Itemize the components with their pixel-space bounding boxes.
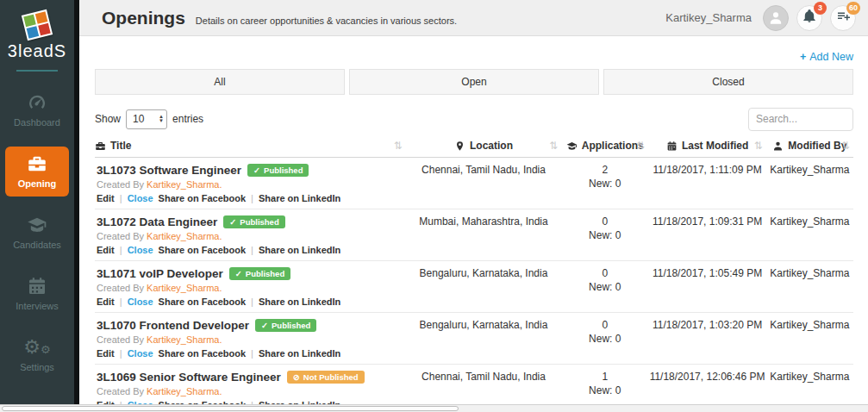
share-linkedin-link[interactable]: Share on LinkedIn bbox=[259, 297, 340, 307]
list-controls: Show 10 ▲▼ entries bbox=[95, 107, 853, 131]
logo-quadrant bbox=[27, 26, 40, 39]
share-facebook-link[interactable]: Share on Facebook bbox=[159, 297, 246, 307]
share-facebook-link[interactable]: Share on Facebook bbox=[159, 348, 246, 359]
tab-closed[interactable]: Closed bbox=[603, 69, 853, 95]
table-row: 3L1070 Frontend Developer ✓ Published Cr… bbox=[95, 313, 853, 365]
job-title-link[interactable]: 3L1071 voIP Developer bbox=[97, 267, 223, 280]
logo-quadrant bbox=[38, 23, 51, 36]
column-label: Applications bbox=[582, 140, 644, 152]
share-linkedin-link[interactable]: Share on LinkedIn bbox=[259, 193, 340, 203]
add-new-button[interactable]: + Add New bbox=[800, 51, 853, 63]
column-header-applications[interactable]: Applications ⇅ bbox=[561, 140, 648, 152]
created-by-label: Created By bbox=[97, 283, 144, 293]
sort-icon[interactable]: ⇅ bbox=[754, 140, 763, 152]
column-header-modified-by[interactable]: Modified By ⇅ bbox=[766, 140, 853, 152]
sidebar-item-opening[interactable]: Opening bbox=[5, 147, 69, 197]
close-link[interactable]: Close bbox=[128, 245, 153, 255]
horizontal-scrollbar[interactable] bbox=[0, 404, 868, 412]
topbar-right: Kartikey_Sharma 3 60 bbox=[665, 5, 856, 31]
sidebar-item-dashboard[interactable]: Dashboard bbox=[0, 85, 74, 135]
modified-by-cell: Kartikey_Sharma bbox=[766, 261, 853, 312]
column-header-title[interactable]: Title ⇅ bbox=[95, 140, 406, 152]
last-modified-cell: 11/18/2017, 1:03:20 PM bbox=[648, 313, 765, 364]
close-link[interactable]: Close bbox=[128, 348, 153, 359]
separator: | bbox=[251, 245, 253, 255]
user-icon bbox=[772, 140, 784, 152]
tab-open[interactable]: Open bbox=[349, 69, 599, 95]
column-label: Last Modified bbox=[682, 140, 748, 152]
column-label: Modified By bbox=[788, 140, 846, 152]
separator: | bbox=[251, 348, 253, 359]
separator: | bbox=[120, 297, 122, 307]
close-link[interactable]: Close bbox=[128, 193, 153, 203]
column-header-location[interactable]: Location ⇅ bbox=[406, 140, 561, 152]
briefcase-icon bbox=[95, 140, 106, 152]
notifications-button[interactable]: 3 bbox=[796, 5, 822, 31]
sort-icon[interactable]: ⇅ bbox=[549, 140, 558, 152]
separator: | bbox=[120, 245, 122, 255]
location-cell: Chennai, Tamil Nadu, India bbox=[406, 158, 561, 209]
sort-icon[interactable]: ⇅ bbox=[636, 140, 645, 152]
column-header-last-modified[interactable]: Last Modified ⇅ bbox=[648, 140, 765, 152]
job-title-link[interactable]: 3L1070 Frontend Developer bbox=[97, 319, 249, 332]
new-applications-button[interactable]: 60 bbox=[830, 5, 856, 31]
column-label: Title bbox=[110, 140, 131, 152]
topbar: Openings Details on career opportunities… bbox=[79, 0, 868, 36]
applications-cell: 0 New: 0 bbox=[561, 261, 648, 312]
share-linkedin-link[interactable]: Share on LinkedIn bbox=[259, 245, 340, 255]
applications-count: 0 bbox=[561, 215, 648, 228]
sidebar-item-candidates[interactable]: Candidates bbox=[0, 208, 74, 258]
sidebar-item-settings[interactable]: ⚙⚙ Settings bbox=[0, 330, 74, 380]
edit-link[interactable]: Edit bbox=[97, 193, 115, 203]
status-badge: ⊘ Not Published bbox=[287, 371, 365, 384]
created-by-link[interactable]: Kartikey_Sharma. bbox=[147, 179, 222, 190]
logo-quadrant bbox=[23, 15, 36, 28]
created-by-link[interactable]: Kartikey_Sharma. bbox=[147, 231, 222, 241]
share-facebook-link[interactable]: Share on Facebook bbox=[159, 245, 246, 255]
applications-cell: 0 New: 0 bbox=[561, 209, 648, 260]
sort-icon[interactable]: ⇅ bbox=[394, 140, 403, 152]
scrollbar-thumb[interactable] bbox=[2, 406, 459, 411]
edit-link[interactable]: Edit bbox=[97, 348, 115, 359]
created-by-link[interactable]: Kartikey_Sharma. bbox=[147, 283, 222, 293]
entries-select[interactable]: 10 ▲▼ bbox=[126, 109, 167, 129]
gears-icon: ⚙⚙ bbox=[0, 337, 74, 359]
job-title-link[interactable]: 3L1073 Software Engineer bbox=[97, 164, 241, 177]
status-tabs: All Open Closed bbox=[95, 69, 853, 95]
plus-icon: + bbox=[800, 51, 806, 63]
share-facebook-link[interactable]: Share on Facebook bbox=[159, 193, 246, 203]
share-linkedin-link[interactable]: Share on LinkedIn bbox=[259, 348, 340, 359]
created-by-link[interactable]: Kartikey_Sharma. bbox=[147, 386, 222, 396]
created-by-link[interactable]: Kartikey_Sharma. bbox=[147, 334, 222, 345]
logo-quadrant bbox=[35, 11, 48, 24]
check-icon: ✓ bbox=[229, 217, 236, 227]
add-new-label: Add New bbox=[809, 51, 853, 63]
logo[interactable]: 3leadS bbox=[0, 0, 74, 72]
sort-icon[interactable]: ⇅ bbox=[841, 140, 850, 152]
sidebar-item-label: Opening bbox=[5, 178, 69, 189]
check-icon: ✓ bbox=[261, 321, 268, 330]
status-badge: ✓ Published bbox=[229, 267, 290, 280]
avatar[interactable] bbox=[763, 5, 789, 31]
applications-count: 1 bbox=[561, 371, 648, 383]
briefcase-icon bbox=[5, 153, 69, 176]
close-link[interactable]: Close bbox=[128, 297, 153, 307]
status-badge: ✓ Published bbox=[223, 215, 284, 228]
applications-cell: 2 New: 0 bbox=[561, 158, 648, 209]
tab-all[interactable]: All bbox=[95, 69, 345, 95]
table-row: 3L1072 Data Engineer ✓ Published Created… bbox=[95, 209, 853, 261]
applications-new: New: 0 bbox=[561, 178, 648, 190]
openings-table: Title ⇅ Location ⇅ Applications ⇅ bbox=[95, 140, 853, 412]
edit-link[interactable]: Edit bbox=[97, 245, 115, 255]
applications-new: New: 0 bbox=[561, 333, 648, 345]
graduation-cap-icon bbox=[0, 215, 74, 237]
job-title-link[interactable]: 3L1072 Data Engineer bbox=[97, 215, 217, 228]
sidebar-item-interviews[interactable]: Interviews bbox=[0, 269, 74, 319]
location-cell: Bengaluru, Karnataka, India bbox=[406, 313, 561, 364]
created-by-label: Created By bbox=[97, 231, 144, 241]
title-cell: 3L1073 Software Engineer ✓ Published Cre… bbox=[95, 158, 406, 209]
last-modified-cell: 11/18/2017, 1:09:31 PM bbox=[648, 209, 765, 260]
search-input[interactable] bbox=[748, 108, 853, 131]
edit-link[interactable]: Edit bbox=[97, 297, 115, 307]
job-title-link[interactable]: 3L1069 Senior Software Engineer bbox=[97, 371, 281, 384]
